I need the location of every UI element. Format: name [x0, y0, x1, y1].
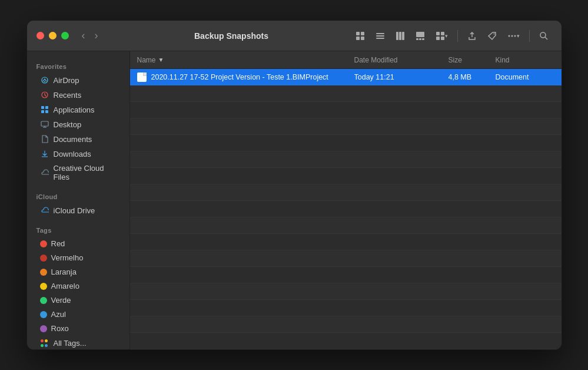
sidebar-item-applications[interactable]: Applications [31, 103, 126, 117]
table-row[interactable] [130, 118, 562, 135]
sidebar-item-tag-verde[interactable]: Verde [31, 293, 126, 307]
sidebar-item-icloud-drive[interactable]: iCloud Drive [31, 203, 126, 217]
file-list: 2020.11.27 17-52 Project Version - Teste… [130, 69, 562, 349]
titlebar: ‹ › Backup Snapshots [27, 21, 562, 51]
svg-rect-11 [416, 38, 418, 40]
view-icon-list[interactable] [372, 29, 388, 43]
table-row[interactable] [130, 250, 562, 267]
file-icon [137, 72, 147, 82]
back-button[interactable]: ‹ [78, 28, 89, 43]
column-kind-header[interactable]: Kind [496, 56, 554, 64]
sidebar-item-all-tags[interactable]: All Tags... [31, 336, 126, 349]
table-row[interactable] [130, 85, 562, 102]
file-row-selected[interactable]: 2020.11.27 17-52 Project Version - Teste… [130, 69, 562, 85]
sidebar-item-tag-red[interactable]: Red [31, 237, 126, 250]
svg-rect-2 [356, 37, 360, 40]
toolbar-right: ▾ ▾ [352, 29, 552, 43]
table-row[interactable] [130, 217, 562, 234]
table-row[interactable] [130, 316, 562, 333]
svg-rect-13 [422, 38, 424, 40]
tags-label: Tags [27, 222, 129, 236]
tag-red-label: Red [51, 239, 65, 248]
airdrop-icon [40, 75, 49, 85]
table-row[interactable] [130, 135, 562, 151]
icloud-drive-label: iCloud Drive [54, 206, 95, 215]
more-actions-button[interactable]: ▾ [504, 29, 523, 43]
tag-dot-laranja [40, 269, 47, 276]
svg-rect-30 [41, 121, 48, 126]
minimize-button[interactable] [49, 32, 57, 39]
tag-azul-label: Azul [51, 310, 66, 319]
tag-button[interactable] [484, 29, 500, 43]
documents-label: Documents [54, 135, 92, 144]
recents-icon [40, 90, 49, 100]
svg-rect-29 [45, 110, 48, 113]
desktop-icon [40, 120, 49, 129]
sidebar-item-airdrop[interactable]: AirDrop [31, 73, 126, 87]
close-button[interactable] [36, 32, 44, 39]
search-button[interactable] [536, 29, 552, 43]
svg-rect-1 [361, 32, 364, 35]
table-row[interactable] [130, 300, 562, 316]
view-icon-grid[interactable] [352, 29, 368, 43]
sidebar-item-tag-amarelo[interactable]: Amarelo [31, 279, 126, 293]
sidebar-item-tag-vermelho[interactable]: Vermelho [31, 251, 126, 265]
tag-dot-vermelho [40, 255, 47, 262]
svg-rect-15 [441, 32, 444, 35]
sidebar-item-documents[interactable]: Documents [31, 132, 126, 146]
svg-rect-12 [419, 38, 421, 40]
sidebar-item-recents[interactable]: Recents [31, 88, 126, 102]
file-size-cell: 4,8 MB [449, 73, 496, 81]
creative-cloud-icon [40, 168, 49, 177]
favorites-label: Favorites [27, 58, 129, 72]
table-row[interactable] [130, 283, 562, 300]
table-row[interactable] [130, 102, 562, 118]
svg-point-18 [493, 33, 494, 34]
view-options-button[interactable]: ▾ [432, 29, 451, 43]
toolbar-divider-2 [529, 30, 530, 42]
creative-cloud-label: Creative Cloud Files [54, 164, 117, 181]
share-button[interactable] [464, 29, 480, 43]
svg-point-20 [511, 35, 513, 37]
sidebar-item-tag-laranja[interactable]: Laranja [31, 265, 126, 279]
table-row[interactable] [130, 201, 562, 217]
downloads-label: Downloads [54, 150, 91, 158]
table-row[interactable] [130, 151, 562, 168]
tag-amarelo-label: Amarelo [51, 282, 79, 290]
svg-rect-4 [376, 33, 384, 34]
sidebar-item-downloads[interactable]: Downloads [31, 147, 126, 161]
table-row[interactable] [130, 168, 562, 184]
svg-rect-9 [402, 32, 404, 40]
svg-line-23 [545, 37, 547, 39]
column-name-header[interactable]: Name ▼ [137, 56, 354, 64]
svg-point-19 [508, 35, 510, 37]
documents-icon [40, 134, 49, 144]
sidebar-item-desktop[interactable]: Desktop [31, 117, 126, 131]
tag-dot-verde [40, 297, 47, 304]
table-row[interactable] [130, 267, 562, 283]
table-row[interactable] [130, 234, 562, 250]
all-tags-icon [40, 338, 49, 348]
sidebar-item-creative-cloud[interactable]: Creative Cloud Files [31, 161, 126, 184]
svg-rect-28 [41, 110, 44, 113]
maximize-button[interactable] [61, 32, 69, 39]
tag-dot-red [40, 240, 47, 247]
svg-rect-10 [416, 32, 424, 37]
forward-button[interactable]: › [91, 28, 102, 43]
view-icon-gallery[interactable] [412, 29, 428, 43]
table-row[interactable] [130, 184, 562, 201]
column-size-header[interactable]: Size [449, 56, 496, 64]
tag-laranja-label: Laranja [51, 267, 77, 276]
recents-label: Recents [54, 91, 82, 100]
nav-buttons: ‹ › [78, 28, 102, 43]
applications-label: Applications [54, 105, 95, 114]
sidebar-item-tag-azul[interactable]: Azul [31, 308, 126, 321]
column-modified-header[interactable]: Date Modified [354, 56, 449, 64]
tag-verde-label: Verde [51, 296, 71, 305]
file-pane: Name ▼ Date Modified Size Kind [130, 51, 562, 349]
tag-roxo-label: Roxo [51, 324, 69, 333]
svg-rect-3 [361, 37, 364, 40]
sidebar-item-tag-roxo[interactable]: Roxo [31, 322, 126, 335]
table-row[interactable] [130, 333, 562, 349]
view-icon-columns[interactable] [392, 29, 408, 43]
